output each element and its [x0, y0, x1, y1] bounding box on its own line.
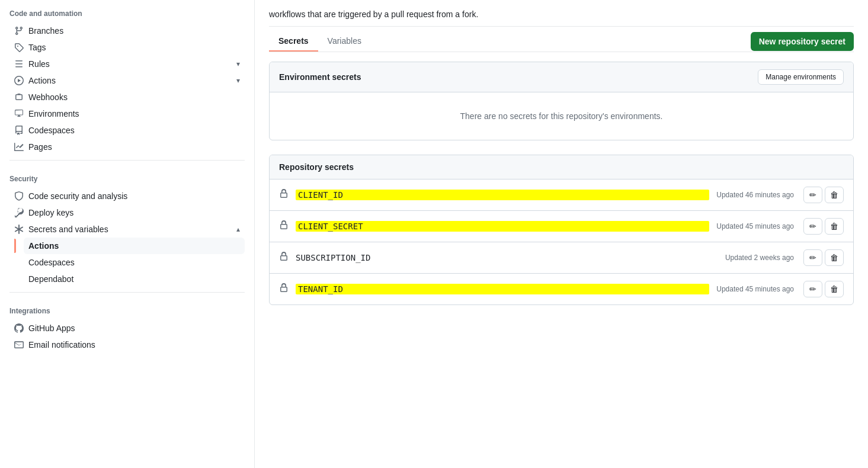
tab-variables[interactable]: Variables [318, 31, 371, 52]
main-content: workflows that are triggered by a pull r… [255, 0, 868, 468]
tabs-row: Secrets Variables New repository secret [269, 27, 854, 52]
secret-name: TENANT_ID [296, 284, 709, 294]
sidebar-item-secrets-and-variables[interactable]: Secrets and variables ▴ [9, 221, 245, 238]
sidebar-item-label: Secrets and variables [28, 225, 232, 234]
sidebar-item-dependabot-sub[interactable]: Dependabot [24, 271, 245, 287]
sidebar-item-actions-sub[interactable]: Actions [24, 238, 245, 254]
tab-secrets[interactable]: Secrets [269, 31, 318, 52]
sidebar-item-label: Dependabot [28, 274, 240, 284]
secret-name: CLIENT_SECRET [296, 221, 709, 232]
lock-icon [279, 220, 289, 232]
sidebar-item-label: Codespaces [28, 126, 240, 135]
environment-secrets-header: Environment secrets Manage environments [270, 62, 853, 92]
sidebar-item-deploy-keys[interactable]: Deploy keys [9, 204, 245, 221]
sidebar-item-environments[interactable]: Environments [9, 105, 245, 122]
secret-name: CLIENT_ID [296, 190, 709, 200]
sidebar-item-codespaces[interactable]: Codespaces [9, 122, 245, 139]
sidebar-item-rules[interactable]: Rules ▾ [9, 56, 245, 72]
lock-icon [279, 283, 289, 295]
section-label-security: Security [9, 165, 245, 188]
sidebar-item-code-security[interactable]: Code security and analysis [9, 188, 245, 204]
sidebar-item-label: Code security and analysis [28, 191, 240, 201]
secret-name: SUBSCRIPTION_ID [296, 253, 718, 262]
sidebar-item-github-apps[interactable]: GitHub Apps [9, 320, 245, 336]
secret-updated: Updated 46 minutes ago [716, 191, 794, 199]
secret-row-client-secret: CLIENT_SECRET Updated 45 minutes ago ✏ 🗑 [270, 211, 853, 242]
tabs-container: Secrets Variables [269, 31, 371, 52]
tag-icon [14, 43, 24, 52]
sidebar-item-email-notifications[interactable]: Email notifications [9, 336, 245, 353]
sidebar-item-label: Pages [28, 142, 240, 152]
new-repository-secret-button[interactable]: New repository secret [751, 32, 854, 51]
edit-secret-button[interactable]: ✏ [803, 249, 822, 266]
sidebar-item-label: GitHub Apps [28, 323, 240, 333]
secret-actions: Updated 46 minutes ago ✏ 🗑 [716, 187, 844, 203]
sidebar-item-actions[interactable]: Actions ▾ [9, 72, 245, 89]
actions-icon [14, 76, 24, 85]
repository-secrets-title: Repository secrets [279, 162, 354, 172]
section-label-code: Code and automation [9, 0, 245, 23]
chevron-down-icon: ▾ [236, 60, 240, 68]
chevron-down-icon: ▾ [236, 76, 240, 85]
environment-secrets-title: Environment secrets [279, 72, 361, 82]
key-icon [14, 208, 24, 217]
secret-actions: Updated 2 weeks ago ✏ 🗑 [725, 249, 844, 266]
secret-row-client-id: CLIENT_ID Updated 46 minutes ago ✏ 🗑 [270, 179, 853, 211]
divider [9, 292, 245, 293]
sidebar-item-label: Tags [28, 43, 240, 52]
github-app-icon [14, 323, 24, 333]
codespaces-icon [14, 126, 24, 135]
lock-icon [279, 189, 289, 201]
shield-icon [14, 191, 24, 201]
secret-updated: Updated 45 minutes ago [716, 285, 794, 293]
sidebar-item-label: Codespaces [28, 258, 240, 267]
sidebar-item-label: Deploy keys [28, 208, 240, 217]
sidebar-item-branches[interactable]: Branches [9, 23, 245, 39]
pages-icon [14, 142, 24, 152]
mail-icon [14, 340, 24, 350]
sidebar-item-pages[interactable]: Pages [9, 139, 245, 155]
branch-icon [14, 26, 24, 36]
divider [9, 160, 245, 161]
secret-row-tenant-id: TENANT_ID Updated 45 minutes ago ✏ 🗑 [270, 274, 853, 304]
sidebar-item-label: Actions [28, 76, 232, 85]
secret-updated: Updated 45 minutes ago [716, 222, 794, 230]
sidebar: Code and automation Branches Tags Rules … [0, 0, 255, 468]
repository-secrets-header: Repository secrets [270, 155, 853, 179]
delete-secret-button[interactable]: 🗑 [825, 187, 844, 203]
sidebar-item-webhooks[interactable]: Webhooks [9, 89, 245, 105]
top-description: workflows that are triggered by a pull r… [269, 0, 854, 27]
edit-secret-button[interactable]: ✏ [803, 281, 822, 297]
manage-environments-button[interactable]: Manage environments [758, 69, 844, 85]
delete-secret-button[interactable]: 🗑 [825, 281, 844, 297]
secret-actions: Updated 45 minutes ago ✏ 🗑 [716, 281, 844, 297]
rules-icon [14, 59, 24, 69]
repository-secrets-section: Repository secrets CLIENT_ID Updated 46 … [269, 155, 854, 305]
section-label-integrations: Integrations [9, 297, 245, 320]
delete-secret-button[interactable]: 🗑 [825, 218, 844, 235]
secret-updated: Updated 2 weeks ago [725, 254, 794, 262]
chevron-up-icon: ▴ [236, 225, 240, 233]
sidebar-item-label: Rules [28, 59, 232, 69]
edit-secret-button[interactable]: ✏ [803, 187, 822, 203]
secret-row-subscription-id: SUBSCRIPTION_ID Updated 2 weeks ago ✏ 🗑 [270, 242, 853, 274]
sidebar-item-label: Actions [28, 241, 240, 251]
secrets-sub-menu: Actions Codespaces Dependabot [9, 238, 245, 287]
webhook-icon [14, 92, 24, 102]
sidebar-item-label: Webhooks [28, 92, 240, 102]
sidebar-item-tags[interactable]: Tags [9, 39, 245, 56]
sidebar-item-label: Email notifications [28, 340, 240, 350]
sidebar-item-codespaces-sub[interactable]: Codespaces [24, 254, 245, 271]
asterisk-icon [14, 225, 24, 234]
sidebar-item-label: Branches [28, 26, 240, 36]
environment-secrets-section: Environment secrets Manage environments … [269, 62, 854, 140]
secret-actions: Updated 45 minutes ago ✏ 🗑 [716, 218, 844, 235]
edit-secret-button[interactable]: ✏ [803, 218, 822, 235]
lock-icon [279, 252, 289, 264]
delete-secret-button[interactable]: 🗑 [825, 249, 844, 266]
environments-icon [14, 109, 24, 118]
environment-secrets-empty: There are no secrets for this repository… [270, 92, 853, 140]
sidebar-item-label: Environments [28, 109, 240, 118]
